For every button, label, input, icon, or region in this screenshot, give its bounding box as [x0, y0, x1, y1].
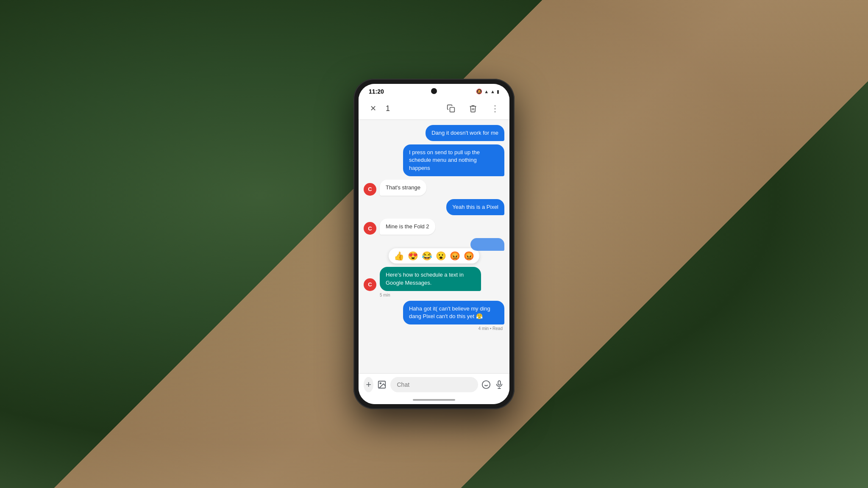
action-bar-left: ✕ 1: [365, 101, 438, 116]
emoji-angry1[interactable]: 😡: [450, 251, 460, 261]
svg-rect-0: [450, 108, 455, 112]
phone-device: 11:20 🔕 ▲ ▲ ▮ ✕ 1: [353, 79, 515, 409]
status-icons: 🔕 ▲ ▲ ▮: [476, 89, 499, 94]
emoji-laugh[interactable]: 😂: [422, 251, 432, 261]
emoji-wow[interactable]: 😮: [436, 251, 446, 261]
mic-button[interactable]: [495, 377, 504, 392]
svg-point-3: [482, 381, 490, 388]
action-bar-right: ⋮: [443, 101, 503, 116]
phone-screen: 11:20 🔕 ▲ ▲ ▮ ✕ 1: [359, 84, 509, 404]
contact-avatar: C: [364, 183, 376, 196]
phone-wrapper: 11:20 🔕 ▲ ▲ ▮ ✕ 1: [353, 79, 515, 409]
contact-avatar: C: [364, 222, 376, 235]
status-time: 11:20: [369, 88, 384, 95]
image-button[interactable]: [377, 377, 387, 392]
message-bubble[interactable]: Yeah this is a Pixel: [446, 199, 504, 215]
home-indicator: [359, 396, 509, 404]
message-bubble[interactable]: [470, 238, 504, 251]
emoji-reaction-bar: 👍 😍 😂 😮 😡 😡: [389, 248, 479, 263]
message-row: C That's strange: [364, 180, 504, 196]
message-row: I press on send to pull up the schedule …: [364, 144, 504, 176]
delete-button[interactable]: [465, 101, 481, 116]
message-row: Yeah this is a Pixel: [364, 199, 504, 215]
more-options-button[interactable]: ⋮: [487, 101, 503, 116]
message-row: C Here's how to schedule a text in Googl…: [364, 267, 504, 291]
emoji-thumbsup[interactable]: 👍: [394, 251, 404, 261]
emoji-heart-eyes[interactable]: 😍: [408, 251, 418, 261]
message-bubble[interactable]: Mine is the Fold 2: [380, 219, 435, 235]
input-bar: +: [359, 373, 509, 396]
volume-icon: 🔕: [476, 89, 482, 94]
message-row: Haha got it( can't believe my ding dang …: [364, 301, 504, 324]
svg-point-2: [380, 383, 381, 384]
selection-count: 1: [386, 104, 390, 113]
wifi-icon: ▲: [484, 89, 489, 94]
chat-area: Dang it doesn't work for me I press on s…: [359, 120, 509, 373]
action-bar: ✕ 1 ⋮: [359, 97, 509, 120]
message-row: Dang it doesn't work for me: [364, 125, 504, 141]
message-timestamp: 5 min: [364, 293, 504, 297]
add-attachment-button[interactable]: +: [364, 377, 373, 392]
message-bubble[interactable]: Dang it doesn't work for me: [426, 125, 504, 141]
message-row: [470, 238, 504, 251]
message-row: C Mine is the Fold 2: [364, 219, 504, 235]
message-bubble[interactable]: Haha got it( can't believe my ding dang …: [403, 301, 504, 324]
message-bubble[interactable]: That's strange: [380, 180, 426, 196]
camera-hole: [431, 88, 437, 94]
copy-button[interactable]: [443, 101, 459, 116]
emoji-button[interactable]: [481, 377, 491, 392]
add-icon: +: [366, 379, 371, 390]
chat-input[interactable]: [390, 377, 478, 392]
close-button[interactable]: ✕: [365, 101, 381, 116]
home-bar[interactable]: [413, 399, 455, 401]
message-bubble[interactable]: Here's how to schedule a text in Google …: [380, 267, 481, 291]
contact-avatar: C: [364, 278, 376, 291]
battery-icon: ▮: [497, 89, 499, 94]
svg-rect-6: [498, 381, 501, 385]
message-timestamp: 4 min • Read: [364, 326, 504, 331]
message-bubble[interactable]: I press on send to pull up the schedule …: [403, 144, 504, 176]
emoji-angry2[interactable]: 😡: [464, 251, 474, 261]
emoji-reaction-section: 👍 😍 😂 😮 😡 😡: [364, 238, 504, 263]
signal-icon: ▲: [490, 89, 495, 94]
